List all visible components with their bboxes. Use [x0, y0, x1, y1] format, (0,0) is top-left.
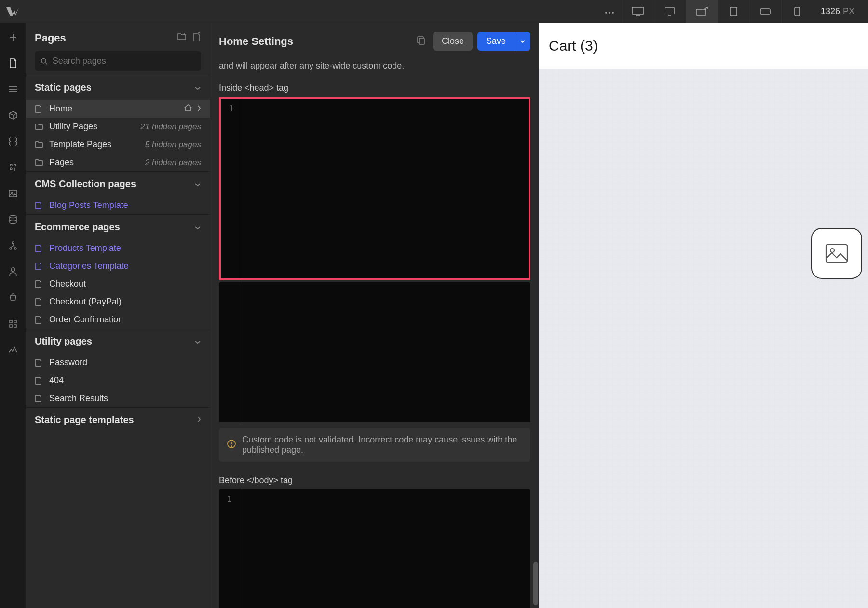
image-placeholder[interactable] — [811, 228, 862, 279]
pages-panel-title: Pages — [35, 32, 66, 44]
users-icon[interactable] — [6, 264, 20, 279]
svg-point-1 — [609, 12, 610, 14]
cms-pages-section-header[interactable]: CMS Collection pages — [26, 172, 210, 196]
tablet-breakpoint-button[interactable] — [718, 0, 749, 23]
variables-icon[interactable] — [6, 134, 20, 149]
svg-rect-10 — [730, 7, 737, 16]
cms-icon[interactable] — [6, 212, 20, 227]
search-pages-input[interactable] — [35, 51, 201, 71]
page-icon — [35, 298, 43, 306]
webflow-logo[interactable] — [6, 5, 19, 18]
folder-icon — [35, 159, 43, 166]
body-code-editor[interactable]: 1 — [219, 489, 530, 608]
page-item-utility-pages[interactable]: Utility Pages 21 hidden pages — [26, 118, 210, 136]
page-icon — [35, 376, 43, 385]
pages-panel: Pages Static pages Hom — [26, 23, 210, 608]
svg-rect-3 — [632, 7, 644, 14]
chevron-down-icon — [194, 83, 201, 92]
svg-point-24 — [12, 242, 14, 244]
svg-point-41 — [231, 446, 232, 447]
page-item-search-results[interactable]: Search Results — [26, 389, 210, 407]
page-icon — [35, 316, 43, 324]
svg-rect-29 — [14, 320, 16, 323]
audit-icon[interactable] — [6, 343, 20, 357]
chevron-down-icon — [194, 337, 201, 346]
svg-point-0 — [605, 12, 607, 14]
save-dropdown-button[interactable] — [515, 32, 530, 51]
navigator-icon[interactable] — [6, 82, 20, 97]
static-templates-section-header[interactable]: Static page templates — [26, 408, 210, 432]
mobile-landscape-breakpoint-button[interactable] — [749, 0, 781, 23]
chevron-down-icon — [194, 180, 201, 189]
desktop-large-breakpoint-button[interactable] — [622, 0, 654, 23]
line-number: 1 — [221, 99, 242, 278]
top-bar: 1326PX — [0, 0, 868, 23]
new-page-icon[interactable] — [192, 32, 201, 44]
add-element-icon[interactable] — [6, 30, 20, 44]
more-menu-icon[interactable] — [597, 3, 622, 20]
head-code-editor-continuation[interactable] — [219, 282, 530, 422]
page-item-checkout-paypal[interactable]: Checkout (PayPal) — [26, 293, 210, 311]
page-item-blog-posts-template[interactable]: Blog Posts Template — [26, 196, 210, 214]
svg-line-37 — [45, 62, 47, 64]
settings-panel: Home Settings Close Save and will appear… — [210, 23, 539, 608]
page-item-checkout[interactable]: Checkout — [26, 275, 210, 293]
close-button[interactable]: Close — [433, 32, 473, 51]
components-icon[interactable] — [6, 108, 20, 123]
page-icon — [35, 262, 43, 271]
style-icon[interactable] — [6, 160, 20, 175]
svg-rect-7 — [696, 9, 706, 15]
folder-icon — [35, 141, 43, 148]
scrollbar-thumb[interactable] — [533, 562, 538, 605]
new-folder-icon[interactable] — [177, 32, 187, 44]
assets-icon[interactable] — [6, 186, 20, 201]
image-icon — [825, 243, 849, 263]
canvas-preview: Cart (3) — [539, 23, 868, 608]
head-code-label: Inside <head> tag — [219, 83, 530, 93]
utility-pages-section-header[interactable]: Utility pages — [26, 329, 210, 354]
line-number: 1 — [219, 489, 240, 608]
ecommerce-pages-section-header[interactable]: Ecommerce pages — [26, 215, 210, 239]
ecommerce-icon[interactable] — [6, 290, 20, 305]
page-icon — [35, 244, 43, 253]
page-item-pages-folder[interactable]: Pages 2 hidden pages — [26, 153, 210, 171]
svg-point-36 — [41, 58, 46, 63]
left-rail — [0, 23, 26, 608]
svg-point-43 — [830, 249, 834, 252]
warning-icon — [227, 439, 236, 451]
static-pages-section-header[interactable]: Static pages — [26, 75, 210, 100]
head-code-editor[interactable]: 1 — [219, 97, 530, 280]
copy-icon[interactable] — [414, 33, 428, 50]
svg-rect-11 — [760, 9, 770, 14]
svg-point-27 — [11, 268, 15, 272]
logic-icon[interactable] — [6, 238, 20, 253]
desktop-breakpoint-button[interactable] — [654, 0, 686, 23]
save-button[interactable]: Save — [477, 32, 515, 51]
page-item-password[interactable]: Password — [26, 354, 210, 372]
helper-text: and will appear after any site-wide cust… — [219, 59, 530, 72]
tablet-large-breakpoint-button[interactable] — [686, 0, 718, 23]
page-icon — [35, 394, 43, 403]
chevron-right-icon — [197, 104, 201, 114]
page-item-products-template[interactable]: Products Template — [26, 239, 210, 257]
page-item-categories-template[interactable]: Categories Template — [26, 257, 210, 275]
page-icon — [35, 201, 43, 210]
chevron-right-icon — [197, 416, 201, 425]
svg-rect-21 — [9, 190, 17, 197]
svg-point-23 — [10, 216, 16, 218]
svg-point-18 — [10, 164, 12, 166]
page-icon — [35, 280, 43, 289]
page-item-order-confirmation[interactable]: Order Confirmation — [26, 311, 210, 329]
page-item-home[interactable]: Home — [26, 100, 210, 118]
page-item-template-pages[interactable]: Template Pages 5 hidden pages — [26, 136, 210, 153]
pages-icon[interactable] — [6, 56, 20, 70]
cart-label: Cart (3) — [549, 38, 858, 54]
svg-rect-30 — [10, 325, 12, 327]
apps-icon[interactable] — [6, 317, 20, 331]
home-indicator-icon — [184, 104, 192, 114]
page-item-404[interactable]: 404 — [26, 372, 210, 389]
folder-icon — [35, 123, 43, 130]
mobile-breakpoint-button[interactable] — [781, 0, 813, 23]
code-validation-warning: Custom code is not validated. Incorrect … — [219, 428, 530, 462]
svg-rect-12 — [795, 7, 800, 16]
